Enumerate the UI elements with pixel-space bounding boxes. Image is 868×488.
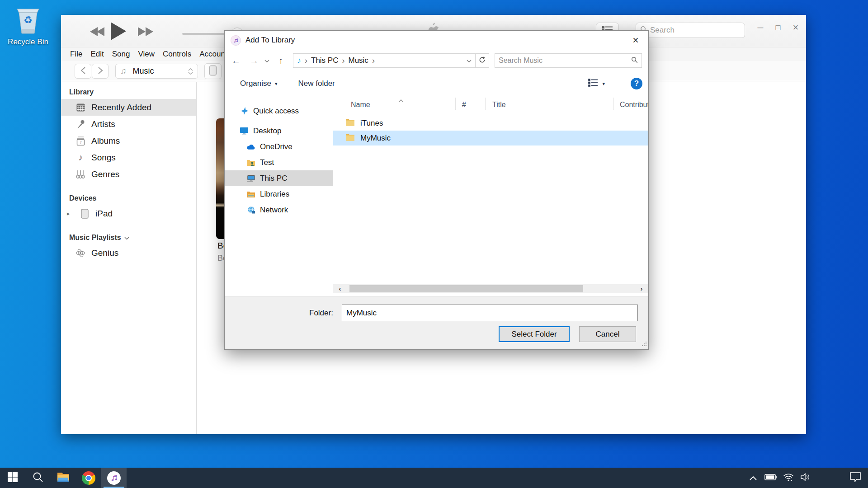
dialog-search-input[interactable] [499,56,628,65]
recently-added-icon [75,103,85,112]
tree-item-libraries[interactable]: Libraries [225,186,333,202]
updown-chevrons-icon [188,68,193,75]
file-pane: Name # Title Contributing artists iTunes [333,96,648,296]
file-row-itunes[interactable]: iTunes [333,116,648,131]
expander-icon[interactable]: ▸ [67,210,74,217]
svg-text:♪: ♪ [79,140,82,145]
media-selector-label: Music [133,66,154,76]
play-button[interactable] [109,21,127,43]
sidebar-item-genius[interactable]: Genius [61,244,196,261]
albums-icon: ♪ [75,136,85,145]
nav-up-icon[interactable]: ↑ [275,56,287,66]
sidebar-item-label: Albums [91,136,120,146]
chrome-button[interactable] [76,468,101,488]
tree-item-desktop[interactable]: Desktop [225,123,333,139]
dialog-search-box[interactable] [495,53,642,68]
nav-forward-icon[interactable]: → [248,56,260,66]
address-bar[interactable]: ♪ › This PC › Music › [293,53,476,68]
file-list: iTunes MyMusic [333,116,648,145]
minimize-icon[interactable]: ─ [754,23,767,33]
scroll-left-icon[interactable]: ‹ [334,284,346,293]
sidebar-item-genres[interactable]: Genres [61,166,196,183]
itunes-taskbar-button[interactable] [101,468,127,488]
nav-history-chevron-icon[interactable] [264,56,269,65]
column-header-number[interactable]: # [462,101,466,109]
action-center-button[interactable] [843,468,868,488]
tree-item-quick-access[interactable]: Quick access [225,103,333,119]
dialog-titlebar[interactable]: Add To Library × [225,31,648,50]
column-header-contributing-artists[interactable]: Contributing artists [620,101,649,109]
tree-item-test[interactable]: Test [225,155,333,170]
tree-item-network[interactable]: Network [225,202,333,218]
change-view-button[interactable]: ▾ [588,78,605,89]
tree-item-onedrive[interactable]: OneDrive [225,139,333,155]
cancel-button[interactable]: Cancel [579,326,636,342]
folder-name-input[interactable] [342,305,638,321]
organise-button[interactable]: Organise ▾ [240,79,278,88]
rewind-button[interactable] [89,27,106,38]
sidebar-item-label: Artists [91,119,115,129]
scroll-right-icon[interactable]: › [636,284,647,293]
sidebar-item-ipad[interactable]: ▸ iPad [61,205,196,222]
refresh-button[interactable] [476,53,489,68]
breadcrumb-this-pc[interactable]: This PC [311,56,338,65]
tree-item-label: Network [260,206,288,215]
volume-status[interactable] [797,468,815,488]
sidebar-item-artists[interactable]: Artists [61,116,196,132]
nav-back-icon[interactable]: ← [230,56,242,66]
forward-button[interactable] [92,64,108,79]
taskbar-search-button[interactable] [25,468,51,488]
itunes-search-input[interactable] [650,26,750,35]
resize-grip[interactable] [642,340,647,349]
file-row-mymusic[interactable]: MyMusic [333,131,648,145]
menu-account[interactable]: Account [199,50,227,59]
back-button[interactable] [75,64,91,79]
recycle-bin[interactable]: ♻ Recycle Bin [5,5,51,47]
help-button[interactable]: ? [631,78,642,89]
folder-icon [345,133,355,143]
dialog-command-bar: Organise ▾ New folder ▾ ? [225,71,648,96]
file-explorer-button[interactable] [51,468,76,488]
start-button[interactable] [0,468,25,488]
menu-file[interactable]: File [70,50,82,59]
battery-icon [764,474,777,482]
dialog-close-icon[interactable]: × [627,34,644,47]
menu-song[interactable]: Song [112,50,130,59]
menu-controls[interactable]: Controls [163,50,191,59]
album-art[interactable] [216,118,225,239]
column-header-title[interactable]: Title [492,101,506,109]
column-header-name[interactable]: Name [351,101,370,109]
genius-icon [75,249,85,258]
recycle-bin-icon: ♻ [15,29,41,37]
desktop: ♻ Recycle Bin [0,0,868,488]
sidebar-item-recently-added[interactable]: Recently Added [61,99,196,116]
media-selector[interactable]: ♫ Music [115,64,198,79]
network-status[interactable] [779,468,797,488]
tree-item-this-pc[interactable]: This PC [225,170,333,186]
close-icon[interactable]: × [789,22,802,33]
battery-status[interactable] [762,468,779,488]
dialog-title: Add To Library [245,36,295,45]
hidden-icons-button[interactable] [744,468,762,488]
itunes-app-icon [231,35,241,46]
new-folder-button[interactable]: New folder [298,79,335,88]
itunes-search-box[interactable] [636,23,745,38]
device-button[interactable] [204,63,222,79]
menu-view[interactable]: View [138,50,155,59]
scrollbar-thumb[interactable] [349,285,583,292]
menu-edit[interactable]: Edit [90,50,104,59]
sidebar-item-songs[interactable]: ♪ Songs [61,149,196,166]
address-dropdown-chevron-icon[interactable] [467,56,472,65]
horizontal-scrollbar[interactable]: ‹ › [333,284,648,293]
breadcrumb-music[interactable]: Music [348,56,368,65]
start-icon [7,472,18,484]
music-playlists-header[interactable]: Music Playlists [61,228,196,244]
this-pc-icon [246,175,255,182]
itunes-icon [107,471,121,485]
maximize-icon[interactable]: □ [772,23,784,33]
sidebar-item-albums[interactable]: ♪ Albums [61,132,196,149]
fast-forward-button[interactable] [137,27,154,38]
chrome-icon [82,471,95,485]
svg-text:♻: ♻ [24,14,33,26]
select-folder-button[interactable]: Select Folder [499,326,570,342]
